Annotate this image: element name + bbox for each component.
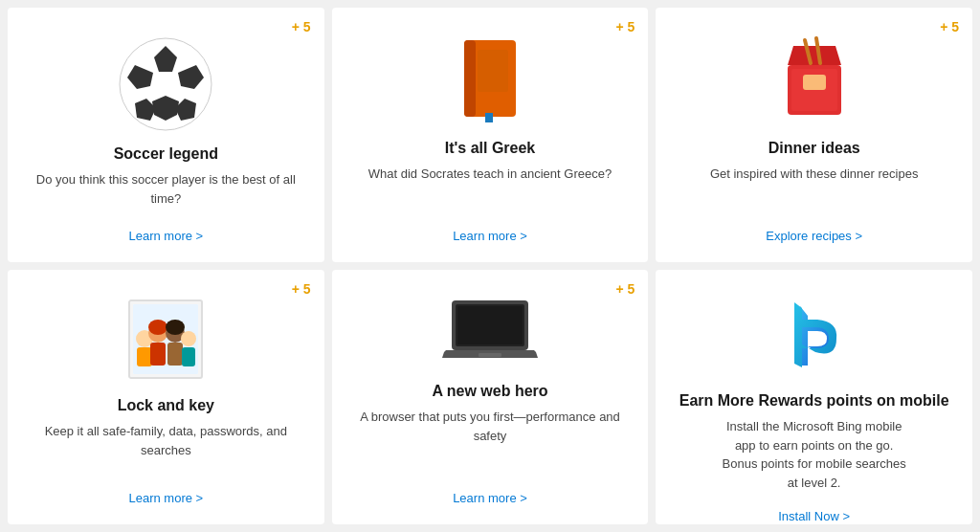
card-soccer-legend: + 5 Soccer legend Do you think this socc… xyxy=(8,8,324,262)
card-link-6[interactable]: Install Now > xyxy=(778,509,850,523)
card-link-3[interactable]: Explore recipes > xyxy=(766,229,862,243)
card-desc-2: What did Socrates teach in ancient Greec… xyxy=(368,165,612,211)
card-title-6: Earn More Rewards points on mobile xyxy=(679,392,949,410)
card-link-4[interactable]: Learn more > xyxy=(128,491,203,505)
points-badge-2: + 5 xyxy=(615,19,635,34)
svg-rect-26 xyxy=(167,343,183,366)
points-badge-4: + 5 xyxy=(292,281,311,297)
takeout-icon xyxy=(776,36,853,126)
family-icon xyxy=(127,299,204,384)
laptop-icon xyxy=(442,299,538,369)
card-title-5: A new web hero xyxy=(432,383,547,400)
svg-rect-16 xyxy=(803,75,826,90)
card-bing-mobile: Earn More Rewards points on mobile Insta… xyxy=(656,270,972,524)
svg-rect-8 xyxy=(464,40,476,117)
svg-rect-34 xyxy=(479,353,501,357)
svg-rect-21 xyxy=(137,347,152,366)
points-badge-5: + 5 xyxy=(615,281,635,297)
svg-rect-29 xyxy=(182,347,195,366)
card-dinner: + 5 Dinner ideas Get inspired with these… xyxy=(656,8,972,262)
svg-point-27 xyxy=(166,320,185,335)
card-web-hero: + 5 A new web hero A browser that puts y… xyxy=(332,270,649,524)
svg-rect-9 xyxy=(478,50,508,92)
soccer-icon xyxy=(118,36,213,132)
card-title-3: Dinner ideas xyxy=(768,140,860,157)
card-desc-4: Keep it all safe-family, data, passwords… xyxy=(27,422,305,474)
card-link-2[interactable]: Learn more > xyxy=(453,229,527,243)
svg-point-24 xyxy=(148,320,167,335)
card-title-4: Lock and key xyxy=(118,397,214,414)
svg-rect-32 xyxy=(457,306,523,344)
card-desc-1: Do you think this soccer player is the b… xyxy=(27,170,305,211)
card-desc-6: Install the Microsoft Bing mobile app to… xyxy=(719,417,910,492)
svg-rect-23 xyxy=(150,343,166,366)
card-lock-key: + 5 Lock and key Keep it all xyxy=(8,270,324,524)
bing-logo-icon xyxy=(781,299,848,379)
card-title-2: It's all Greek xyxy=(445,140,536,157)
card-desc-3: Get inspired with these dinner recipes xyxy=(710,165,919,211)
points-badge-3: + 5 xyxy=(940,19,959,34)
card-desc-5: A browser that puts you first—performanc… xyxy=(351,408,630,474)
card-link-1[interactable]: Learn more > xyxy=(128,229,203,243)
svg-point-28 xyxy=(181,331,196,346)
card-title-1: Soccer legend xyxy=(114,145,218,163)
card-greek: + 5 It's all Greek What did Socrates tea… xyxy=(332,8,649,262)
card-link-5[interactable]: Learn more > xyxy=(453,491,527,505)
points-badge-1: + 5 xyxy=(292,19,311,34)
book-icon xyxy=(457,36,523,126)
